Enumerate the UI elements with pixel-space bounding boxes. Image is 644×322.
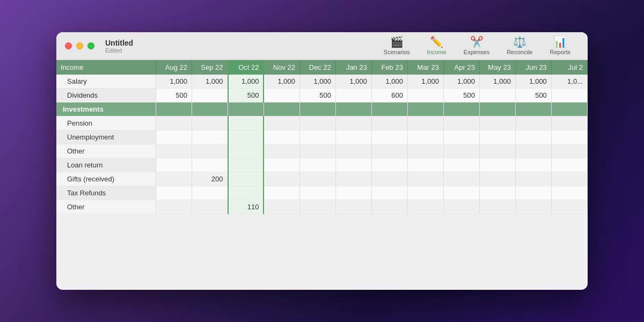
cell-value[interactable]	[156, 186, 192, 200]
cell-value[interactable]	[443, 200, 479, 214]
cell-value[interactable]	[515, 130, 551, 144]
cell-value[interactable]	[335, 158, 371, 172]
cell-value[interactable]	[479, 89, 515, 103]
cell-value[interactable]: 1,000	[264, 75, 299, 89]
cell-value[interactable]	[443, 158, 479, 172]
cell-value[interactable]: 500	[228, 89, 264, 103]
cell-value[interactable]	[335, 200, 371, 214]
cell-value[interactable]	[228, 186, 264, 200]
cell-value[interactable]	[371, 144, 407, 158]
toolbar-income[interactable]: ✏️ Income	[419, 33, 455, 58]
cell-value[interactable]	[228, 172, 264, 186]
cell-value[interactable]	[156, 200, 192, 214]
cell-value[interactable]	[156, 172, 192, 186]
cell-value[interactable]	[156, 103, 192, 116]
row-label[interactable]: Other	[56, 144, 156, 158]
toolbar-reports[interactable]: 📊 Reports	[541, 33, 579, 58]
cell-value[interactable]	[551, 130, 587, 144]
cell-value[interactable]	[228, 103, 264, 116]
cell-value[interactable]	[515, 200, 551, 214]
cell-value[interactable]	[335, 144, 371, 158]
table-row[interactable]: Tax Refunds	[56, 186, 588, 200]
cell-value[interactable]: 1,000	[156, 75, 192, 89]
cell-value[interactable]	[264, 144, 299, 158]
row-label[interactable]: Investments	[56, 103, 156, 116]
cell-value[interactable]	[156, 144, 192, 158]
cell-value[interactable]	[515, 186, 551, 200]
row-label[interactable]: Unemployment	[56, 130, 156, 144]
cell-value[interactable]	[264, 116, 299, 130]
cell-value[interactable]	[335, 186, 371, 200]
cell-value[interactable]	[479, 186, 515, 200]
cell-value[interactable]: 110	[228, 200, 264, 214]
cell-value[interactable]: 1,000	[192, 75, 228, 89]
cell-value[interactable]	[192, 89, 228, 103]
cell-value[interactable]	[156, 116, 192, 130]
cell-value[interactable]	[264, 89, 299, 103]
cell-value[interactable]	[371, 200, 407, 214]
cell-value[interactable]	[264, 172, 299, 186]
cell-value[interactable]	[228, 130, 264, 144]
cell-value[interactable]	[192, 200, 228, 214]
cell-value[interactable]	[515, 103, 551, 116]
cell-value[interactable]	[515, 172, 551, 186]
cell-value[interactable]: 200	[192, 172, 228, 186]
cell-value[interactable]	[264, 158, 299, 172]
cell-value[interactable]: 500	[515, 89, 551, 103]
row-label[interactable]: Other	[56, 200, 156, 214]
cell-value[interactable]	[371, 130, 407, 144]
row-label[interactable]: Tax Refunds	[56, 186, 156, 200]
cell-value[interactable]	[479, 172, 515, 186]
cell-value[interactable]	[299, 103, 335, 116]
cell-value[interactable]	[299, 158, 335, 172]
minimize-button[interactable]	[76, 42, 83, 49]
cell-value[interactable]: 1,000	[371, 75, 407, 89]
cell-value[interactable]	[264, 103, 299, 116]
cell-value[interactable]	[228, 144, 264, 158]
cell-value[interactable]	[299, 144, 335, 158]
cell-value[interactable]	[264, 200, 299, 214]
cell-value[interactable]	[407, 130, 443, 144]
cell-value[interactable]	[479, 116, 515, 130]
cell-value[interactable]: 500	[443, 89, 479, 103]
cell-value[interactable]	[551, 200, 587, 214]
cell-value[interactable]	[299, 130, 335, 144]
cell-value[interactable]	[192, 144, 228, 158]
cell-value[interactable]	[192, 158, 228, 172]
table-row[interactable]: Other	[56, 144, 588, 158]
cell-value[interactable]: 1,000	[407, 75, 443, 89]
cell-value[interactable]	[443, 130, 479, 144]
cell-value[interactable]: 1,000	[479, 75, 515, 89]
cell-value[interactable]	[479, 158, 515, 172]
cell-value[interactable]	[479, 103, 515, 116]
cell-value[interactable]: 500	[299, 89, 335, 103]
cell-value[interactable]: 600	[371, 89, 407, 103]
cell-value[interactable]	[371, 103, 407, 116]
cell-value[interactable]	[299, 116, 335, 130]
cell-value[interactable]	[407, 103, 443, 116]
cell-value[interactable]	[551, 144, 587, 158]
table-row[interactable]: Gifts (received)200	[56, 172, 588, 186]
cell-value[interactable]	[192, 103, 228, 116]
cell-value[interactable]	[335, 89, 371, 103]
cell-value[interactable]	[371, 116, 407, 130]
cell-value[interactable]: 1,000	[299, 75, 335, 89]
cell-value[interactable]: 1,000	[443, 75, 479, 89]
cell-value[interactable]	[264, 130, 299, 144]
cell-value[interactable]	[551, 89, 587, 103]
cell-value[interactable]	[228, 158, 264, 172]
cell-value[interactable]: 1,0...	[551, 75, 587, 89]
cell-value[interactable]	[371, 186, 407, 200]
cell-value[interactable]	[335, 116, 371, 130]
cell-value[interactable]	[407, 144, 443, 158]
table-row[interactable]: Investments	[56, 103, 588, 116]
cell-value[interactable]	[515, 144, 551, 158]
toolbar-scenarios[interactable]: 🎬 Scenarios	[375, 33, 419, 58]
row-label[interactable]: Gifts (received)	[56, 172, 156, 186]
row-label[interactable]: Loan return	[56, 158, 156, 172]
cell-value[interactable]	[515, 116, 551, 130]
toolbar-expenses[interactable]: ✂️ Expenses	[455, 33, 498, 58]
cell-value[interactable]: 1,000	[335, 75, 371, 89]
row-label[interactable]: Pension	[56, 116, 156, 130]
cell-value[interactable]	[443, 172, 479, 186]
